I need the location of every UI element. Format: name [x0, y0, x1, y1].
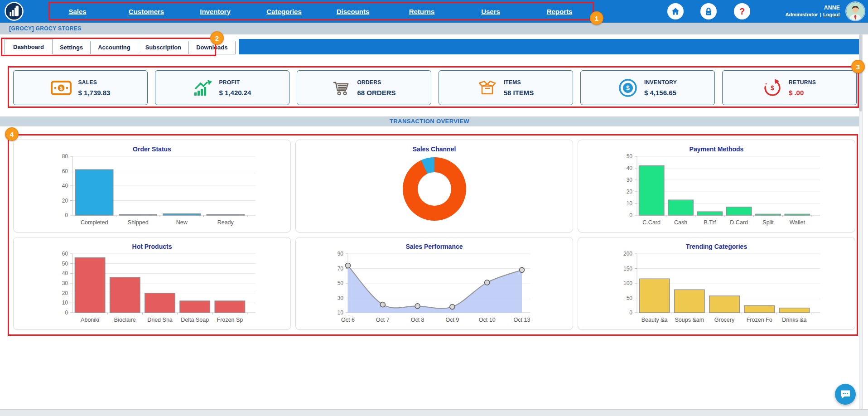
stat-value: $ 1,420.24 [219, 89, 251, 97]
page: SalesCustomersInventoryCategoriesDiscoun… [0, 0, 868, 416]
sales-performance-area-chart: 1030507090Oct 6Oct 7Oct 8Oct 9Oct 10Oct … [296, 250, 573, 326]
svg-text:Oct 7: Oct 7 [376, 317, 390, 323]
svg-text:Oct 10: Oct 10 [479, 317, 496, 323]
chart-title: Payment Methods [578, 140, 855, 153]
nav-item-categories[interactable]: Categories [250, 8, 318, 15]
svg-text:0: 0 [65, 310, 68, 316]
chart-hot-products: Hot Products 0102030405060AbonikiBioclai… [13, 237, 291, 330]
svg-text:$: $ [626, 84, 630, 92]
svg-text:C.Card: C.Card [642, 219, 661, 226]
callout-badge-4: 4 [5, 127, 19, 141]
svg-text:Delta Soap: Delta Soap [181, 317, 209, 323]
svg-text:90: 90 [338, 251, 344, 257]
chart-sales-channel: Sales Channel [295, 140, 573, 232]
order-status-bar-chart: 020406080CompletedShippedNewReady [14, 153, 290, 229]
stat-value: 58 ITEMS [504, 89, 534, 97]
stat-label: PROFIT [219, 79, 251, 86]
svg-text:20: 20 [62, 290, 68, 296]
callout-badge-2: 2 [210, 31, 224, 45]
tabbar-fill [239, 39, 859, 54]
stat-label: INVENTORY [644, 79, 677, 86]
nav-item-users[interactable]: Users [456, 8, 525, 15]
svg-text:Oct 13: Oct 13 [514, 317, 530, 323]
svg-text:30: 30 [62, 280, 68, 286]
chart-title: Hot Products [14, 237, 290, 250]
svg-text:40: 40 [62, 183, 68, 189]
tab-subscription[interactable]: Subscription [138, 41, 189, 54]
home-icon[interactable] [667, 3, 684, 19]
stat-cards-row: $ SALES $ 1,739.83 [13, 70, 857, 105]
svg-text:Frozen Sp: Frozen Sp [217, 317, 243, 323]
user-name: ANNE [786, 5, 840, 11]
svg-text:Oct 9: Oct 9 [445, 317, 459, 323]
svg-text:Cash: Cash [674, 219, 687, 226]
svg-text:10: 10 [627, 200, 633, 207]
svg-text:Beauty &a: Beauty &a [641, 317, 668, 323]
stat-label: ITEMS [504, 79, 534, 86]
cart-icon [332, 80, 350, 96]
chat-button[interactable] [835, 384, 856, 405]
svg-text:10: 10 [62, 300, 68, 306]
chart-title: Sales Performance [296, 237, 573, 250]
svg-text:0: 0 [629, 310, 632, 316]
svg-text:Ready: Ready [217, 219, 234, 226]
svg-text:150: 150 [623, 266, 632, 272]
trending-categories-bar-chart: 050100150200Beauty &aSoups &amGroceryFro… [578, 250, 855, 326]
tabs: DashboardSettingsAccountingSubscriptionD… [0, 39, 235, 54]
user-avatar[interactable] [846, 2, 864, 20]
nav-item-returns[interactable]: Returns [387, 8, 456, 15]
nav-item-inventory[interactable]: Inventory [181, 8, 250, 15]
chart-sales-performance: Sales Performance 1030507090Oct 6Oct 7Oc… [295, 237, 573, 330]
stat-card-orders: ORDERS 68 ORDERS [297, 70, 431, 105]
chart-order-status: Order Status 020406080CompletedShippedNe… [13, 140, 291, 232]
svg-text:Completed: Completed [81, 219, 108, 226]
nav-item-sales[interactable]: Sales [43, 8, 112, 15]
svg-text:70: 70 [338, 266, 344, 272]
nav-item-discounts[interactable]: Discounts [318, 8, 387, 15]
stat-card-returns: $ RETURNS $ .00 [722, 70, 857, 105]
vertical-scrollbar[interactable] [859, 34, 863, 409]
svg-text:Oct 6: Oct 6 [341, 317, 355, 323]
stat-card-profit: PROFIT $ 1,420.24 [155, 70, 289, 105]
svg-text:20: 20 [627, 189, 633, 195]
hot-products-bar-chart: 0102030405060AbonikiBioclaireDried SnaDe… [14, 250, 290, 326]
stat-value: $ .00 [789, 89, 816, 97]
svg-text:200: 200 [623, 251, 632, 257]
stat-value: $ 4,156.65 [644, 89, 677, 97]
svg-text:Grocery: Grocery [714, 317, 735, 323]
svg-text:40: 40 [62, 270, 68, 276]
svg-text:Bioclaire: Bioclaire [114, 317, 136, 323]
lock-icon[interactable] [700, 3, 717, 19]
user-block: ANNE Administrator|Logout [786, 5, 840, 17]
stat-card-items: ITEMS 58 ITEMS [439, 70, 573, 105]
svg-text:50: 50 [338, 280, 344, 286]
dollar-coin-icon: $ [618, 78, 637, 97]
help-icon[interactable]: ? [734, 3, 750, 19]
tab-accounting[interactable]: Accounting [90, 41, 138, 54]
chart-title: Sales Channel [296, 140, 573, 153]
svg-text:100: 100 [623, 280, 632, 286]
svg-text:50: 50 [627, 295, 633, 301]
logout-link[interactable]: Logout [823, 12, 840, 17]
user-role: Administrator [786, 12, 818, 17]
sales-channel-donut-chart [403, 157, 466, 221]
bottom-scrollbar-track[interactable] [0, 409, 868, 416]
nav-item-customers[interactable]: Customers [112, 8, 181, 15]
tab-dashboard[interactable]: Dashboard [5, 39, 53, 54]
stat-value: $ 1,739.83 [78, 89, 111, 97]
stat-value: 68 ORDERS [357, 89, 395, 97]
svg-text:40: 40 [627, 165, 633, 171]
svg-text:50: 50 [627, 153, 633, 160]
svg-text:$: $ [59, 85, 62, 91]
chat-icon [840, 389, 851, 399]
chart-title: Trending Categories [578, 237, 855, 250]
svg-text:Aboniki: Aboniki [81, 317, 99, 323]
nav-item-reports[interactable]: Reports [525, 8, 594, 15]
stat-label: ORDERS [357, 79, 395, 86]
svg-text:New: New [176, 219, 188, 226]
svg-text:50: 50 [62, 261, 68, 267]
tab-settings[interactable]: Settings [52, 41, 91, 54]
stat-label: SALES [78, 79, 111, 86]
svg-text:$: $ [771, 84, 774, 92]
app-logo-icon[interactable] [5, 2, 24, 21]
